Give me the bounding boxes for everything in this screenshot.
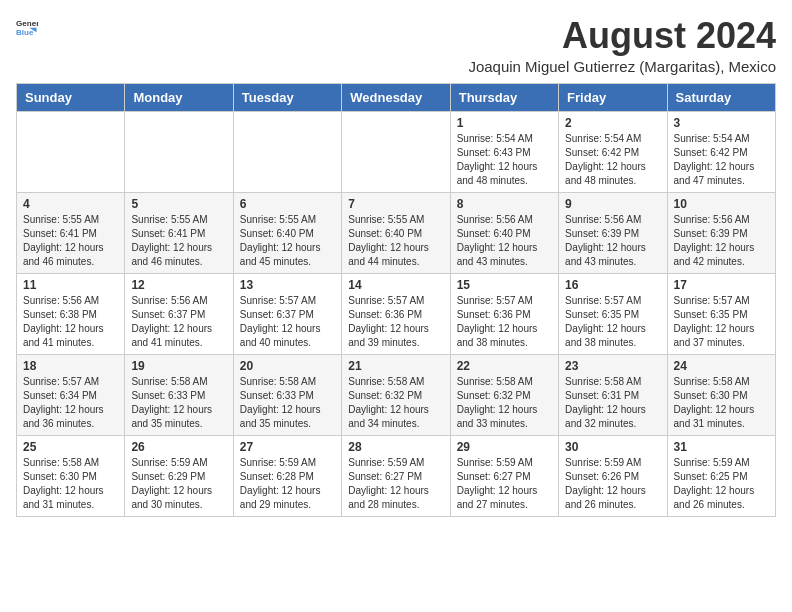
calendar-cell: 28Sunrise: 5:59 AM Sunset: 6:27 PM Dayli…: [342, 435, 450, 516]
day-info: Sunrise: 5:57 AM Sunset: 6:36 PM Dayligh…: [457, 294, 552, 350]
day-info: Sunrise: 5:54 AM Sunset: 6:42 PM Dayligh…: [674, 132, 769, 188]
day-number: 23: [565, 359, 660, 373]
day-header-sunday: Sunday: [17, 83, 125, 111]
calendar-cell: 19Sunrise: 5:58 AM Sunset: 6:33 PM Dayli…: [125, 354, 233, 435]
day-info: Sunrise: 5:54 AM Sunset: 6:42 PM Dayligh…: [565, 132, 660, 188]
calendar-cell: 31Sunrise: 5:59 AM Sunset: 6:25 PM Dayli…: [667, 435, 775, 516]
day-info: Sunrise: 5:59 AM Sunset: 6:26 PM Dayligh…: [565, 456, 660, 512]
day-number: 8: [457, 197, 552, 211]
day-info: Sunrise: 5:58 AM Sunset: 6:30 PM Dayligh…: [674, 375, 769, 431]
calendar-cell: [125, 111, 233, 192]
day-number: 9: [565, 197, 660, 211]
calendar-cell: [17, 111, 125, 192]
day-info: Sunrise: 5:58 AM Sunset: 6:30 PM Dayligh…: [23, 456, 118, 512]
calendar-cell: 6Sunrise: 5:55 AM Sunset: 6:40 PM Daylig…: [233, 192, 341, 273]
day-number: 18: [23, 359, 118, 373]
calendar-cell: 15Sunrise: 5:57 AM Sunset: 6:36 PM Dayli…: [450, 273, 558, 354]
day-number: 22: [457, 359, 552, 373]
day-info: Sunrise: 5:59 AM Sunset: 6:27 PM Dayligh…: [457, 456, 552, 512]
day-number: 13: [240, 278, 335, 292]
calendar-cell: 5Sunrise: 5:55 AM Sunset: 6:41 PM Daylig…: [125, 192, 233, 273]
day-header-monday: Monday: [125, 83, 233, 111]
day-info: Sunrise: 5:56 AM Sunset: 6:39 PM Dayligh…: [674, 213, 769, 269]
day-number: 17: [674, 278, 769, 292]
day-info: Sunrise: 5:56 AM Sunset: 6:40 PM Dayligh…: [457, 213, 552, 269]
calendar-cell: 8Sunrise: 5:56 AM Sunset: 6:40 PM Daylig…: [450, 192, 558, 273]
calendar-cell: 10Sunrise: 5:56 AM Sunset: 6:39 PM Dayli…: [667, 192, 775, 273]
day-info: Sunrise: 5:59 AM Sunset: 6:27 PM Dayligh…: [348, 456, 443, 512]
logo: General Blue: [16, 16, 38, 38]
svg-text:Blue: Blue: [16, 28, 34, 37]
subtitle: Joaquin Miguel Gutierrez (Margaritas), M…: [468, 58, 776, 75]
day-header-saturday: Saturday: [667, 83, 775, 111]
calendar-cell: 16Sunrise: 5:57 AM Sunset: 6:35 PM Dayli…: [559, 273, 667, 354]
day-number: 21: [348, 359, 443, 373]
day-number: 7: [348, 197, 443, 211]
calendar-cell: 2Sunrise: 5:54 AM Sunset: 6:42 PM Daylig…: [559, 111, 667, 192]
day-number: 27: [240, 440, 335, 454]
calendar-cell: 9Sunrise: 5:56 AM Sunset: 6:39 PM Daylig…: [559, 192, 667, 273]
day-number: 20: [240, 359, 335, 373]
calendar-cell: 30Sunrise: 5:59 AM Sunset: 6:26 PM Dayli…: [559, 435, 667, 516]
day-info: Sunrise: 5:56 AM Sunset: 6:39 PM Dayligh…: [565, 213, 660, 269]
day-number: 10: [674, 197, 769, 211]
day-header-thursday: Thursday: [450, 83, 558, 111]
day-number: 11: [23, 278, 118, 292]
day-number: 4: [23, 197, 118, 211]
day-info: Sunrise: 5:55 AM Sunset: 6:40 PM Dayligh…: [348, 213, 443, 269]
calendar-week-row: 4Sunrise: 5:55 AM Sunset: 6:41 PM Daylig…: [17, 192, 776, 273]
day-number: 19: [131, 359, 226, 373]
day-header-friday: Friday: [559, 83, 667, 111]
day-number: 31: [674, 440, 769, 454]
day-number: 26: [131, 440, 226, 454]
day-info: Sunrise: 5:55 AM Sunset: 6:41 PM Dayligh…: [23, 213, 118, 269]
day-info: Sunrise: 5:56 AM Sunset: 6:38 PM Dayligh…: [23, 294, 118, 350]
day-number: 6: [240, 197, 335, 211]
day-header-tuesday: Tuesday: [233, 83, 341, 111]
calendar-cell: 7Sunrise: 5:55 AM Sunset: 6:40 PM Daylig…: [342, 192, 450, 273]
day-info: Sunrise: 5:56 AM Sunset: 6:37 PM Dayligh…: [131, 294, 226, 350]
calendar-cell: 27Sunrise: 5:59 AM Sunset: 6:28 PM Dayli…: [233, 435, 341, 516]
calendar-week-row: 11Sunrise: 5:56 AM Sunset: 6:38 PM Dayli…: [17, 273, 776, 354]
day-info: Sunrise: 5:55 AM Sunset: 6:41 PM Dayligh…: [131, 213, 226, 269]
day-number: 30: [565, 440, 660, 454]
day-info: Sunrise: 5:58 AM Sunset: 6:32 PM Dayligh…: [457, 375, 552, 431]
day-info: Sunrise: 5:57 AM Sunset: 6:36 PM Dayligh…: [348, 294, 443, 350]
logo-icon: General Blue: [16, 16, 38, 38]
calendar-cell: 18Sunrise: 5:57 AM Sunset: 6:34 PM Dayli…: [17, 354, 125, 435]
day-info: Sunrise: 5:58 AM Sunset: 6:32 PM Dayligh…: [348, 375, 443, 431]
calendar-week-row: 18Sunrise: 5:57 AM Sunset: 6:34 PM Dayli…: [17, 354, 776, 435]
calendar-cell: 14Sunrise: 5:57 AM Sunset: 6:36 PM Dayli…: [342, 273, 450, 354]
day-number: 3: [674, 116, 769, 130]
day-number: 2: [565, 116, 660, 130]
day-number: 14: [348, 278, 443, 292]
calendar-cell: 23Sunrise: 5:58 AM Sunset: 6:31 PM Dayli…: [559, 354, 667, 435]
header: General Blue August 2024 Joaquin Miguel …: [16, 16, 776, 75]
calendar-cell: 17Sunrise: 5:57 AM Sunset: 6:35 PM Dayli…: [667, 273, 775, 354]
calendar: SundayMondayTuesdayWednesdayThursdayFrid…: [16, 83, 776, 517]
calendar-cell: 22Sunrise: 5:58 AM Sunset: 6:32 PM Dayli…: [450, 354, 558, 435]
day-number: 15: [457, 278, 552, 292]
day-info: Sunrise: 5:59 AM Sunset: 6:29 PM Dayligh…: [131, 456, 226, 512]
title-area: August 2024 Joaquin Miguel Gutierrez (Ma…: [468, 16, 776, 75]
day-number: 24: [674, 359, 769, 373]
calendar-cell: [342, 111, 450, 192]
day-info: Sunrise: 5:59 AM Sunset: 6:25 PM Dayligh…: [674, 456, 769, 512]
day-number: 25: [23, 440, 118, 454]
calendar-cell: 1Sunrise: 5:54 AM Sunset: 6:43 PM Daylig…: [450, 111, 558, 192]
day-info: Sunrise: 5:57 AM Sunset: 6:34 PM Dayligh…: [23, 375, 118, 431]
day-info: Sunrise: 5:58 AM Sunset: 6:31 PM Dayligh…: [565, 375, 660, 431]
day-header-wednesday: Wednesday: [342, 83, 450, 111]
day-info: Sunrise: 5:57 AM Sunset: 6:35 PM Dayligh…: [674, 294, 769, 350]
day-number: 12: [131, 278, 226, 292]
day-info: Sunrise: 5:58 AM Sunset: 6:33 PM Dayligh…: [240, 375, 335, 431]
day-number: 1: [457, 116, 552, 130]
day-info: Sunrise: 5:57 AM Sunset: 6:37 PM Dayligh…: [240, 294, 335, 350]
calendar-cell: 4Sunrise: 5:55 AM Sunset: 6:41 PM Daylig…: [17, 192, 125, 273]
calendar-week-row: 25Sunrise: 5:58 AM Sunset: 6:30 PM Dayli…: [17, 435, 776, 516]
day-info: Sunrise: 5:54 AM Sunset: 6:43 PM Dayligh…: [457, 132, 552, 188]
calendar-cell: 24Sunrise: 5:58 AM Sunset: 6:30 PM Dayli…: [667, 354, 775, 435]
day-info: Sunrise: 5:58 AM Sunset: 6:33 PM Dayligh…: [131, 375, 226, 431]
calendar-week-row: 1Sunrise: 5:54 AM Sunset: 6:43 PM Daylig…: [17, 111, 776, 192]
day-number: 28: [348, 440, 443, 454]
